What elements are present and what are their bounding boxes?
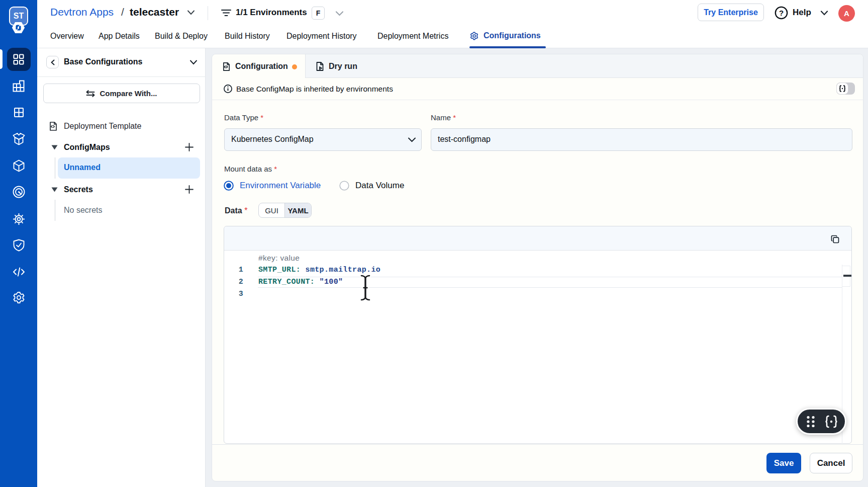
- svg-text:?: ?: [779, 9, 784, 17]
